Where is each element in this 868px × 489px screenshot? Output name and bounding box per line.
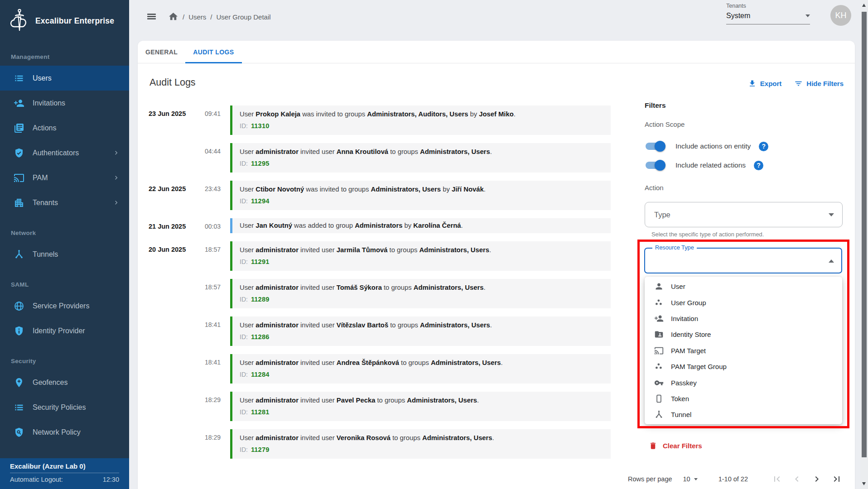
log-time: 09:41 xyxy=(192,105,221,135)
clear-filters-label: Clear Filters xyxy=(663,442,702,450)
sidebar-item-service-providers[interactable]: Service Providers xyxy=(0,293,129,318)
content-card: GENERAL AUDIT LOGS Audit Logs Export Hid… xyxy=(138,41,855,489)
log-entry-text: User administrator invited user Andrea Š… xyxy=(240,358,603,367)
chevron-right-icon xyxy=(112,174,120,182)
breadcrumb: / Users / User Group Detail xyxy=(183,13,271,21)
log-entry-id: ID:11289 xyxy=(240,295,603,304)
sidebar-item-authenticators[interactable]: Authenticators xyxy=(0,140,129,165)
breadcrumb-users[interactable]: Users xyxy=(188,13,206,21)
log-entry-id: ID:11281 xyxy=(240,408,603,417)
action-scope-toggles: Include actions on entityInclude related… xyxy=(645,139,768,177)
last-page-button[interactable] xyxy=(831,474,842,484)
next-page-button[interactable] xyxy=(811,474,822,484)
resource-type-field[interactable] xyxy=(644,248,842,273)
menu-item-user[interactable]: User xyxy=(645,278,842,294)
tenant-select[interactable]: Tenants System xyxy=(726,3,810,24)
menu-item-passkey[interactable]: Passkey xyxy=(645,374,842,390)
chevron-down-icon xyxy=(694,478,698,480)
help-icon[interactable] xyxy=(754,161,763,170)
log-time: 18:41 xyxy=(192,316,221,346)
log-entry-card[interactable]: User Ctibor Novotný was invited to group… xyxy=(230,181,611,210)
person-add-icon xyxy=(654,314,664,323)
menu-icon[interactable] xyxy=(146,11,157,22)
log-entry-card[interactable]: User administrator invited user Tomáš Sý… xyxy=(230,279,611,308)
scroll-down-arrow-icon[interactable] xyxy=(862,482,866,485)
log-date xyxy=(149,392,192,421)
menu-item-label: Token xyxy=(671,395,689,403)
menu-item-label: User Group xyxy=(671,299,706,307)
sidebar-item-identity-provider[interactable]: Identity Provider xyxy=(0,318,129,343)
clear-filters-button[interactable]: Clear Filters xyxy=(649,441,702,451)
tab-general[interactable]: GENERAL xyxy=(138,41,185,63)
log-entry-text: User Jan Koutný was added to group Admin… xyxy=(240,221,603,230)
audit-log-row: 04:44User administrator invited user Ann… xyxy=(149,143,615,173)
scroll-up-arrow-icon[interactable] xyxy=(862,4,866,7)
log-entry-card[interactable]: User administrator invited user Pavel Pe… xyxy=(230,392,611,421)
log-entry-card[interactable]: User administrator invited user Jarmila … xyxy=(230,241,611,271)
log-entry-card[interactable]: User Prokop Kaleja was invited to groups… xyxy=(230,105,611,135)
log-entry-card[interactable]: User Jan Koutný was added to group Admin… xyxy=(230,218,611,233)
sidebar-item-security-policies[interactable]: Security Policies xyxy=(0,395,129,420)
log-entry-text: User administrator invited user Anna Kro… xyxy=(240,147,603,156)
page-range: 1-10 of 22 xyxy=(719,475,748,483)
hide-filters-button[interactable]: Hide Filters xyxy=(794,79,844,88)
rows-per-page-select[interactable]: 10 xyxy=(683,475,698,483)
action-type-select[interactable]: Type xyxy=(645,202,843,227)
sidebar-item-users[interactable]: Users xyxy=(0,66,129,91)
toggle-label: Include actions on entity xyxy=(675,142,751,150)
action-scope-label: Action Scope xyxy=(645,120,685,128)
log-entry-text: User Ctibor Novotný was invited to group… xyxy=(240,185,603,194)
menu-item-tunnel[interactable]: Tunnel xyxy=(645,407,842,422)
sidebar-item-actions[interactable]: Actions xyxy=(0,115,129,140)
menu-item-pam-target[interactable]: PAM Target xyxy=(645,343,842,359)
sidebar-item-invitations[interactable]: Invitations xyxy=(0,91,129,115)
tab-audit-logs[interactable]: AUDIT LOGS xyxy=(185,41,241,63)
audit-log-row: 22 Jun 202523:43User Ctibor Novotný was … xyxy=(149,181,615,210)
sidebar-item-label: PAM xyxy=(33,174,48,182)
export-button[interactable]: Export xyxy=(748,79,782,88)
log-entry-text: User administrator invited user Tomáš Sý… xyxy=(240,283,603,292)
menu-item-identity-store[interactable]: Identity Store xyxy=(645,326,842,342)
home-icon[interactable] xyxy=(168,11,178,22)
menu-item-pam-target-group[interactable]: PAM Target Group xyxy=(645,359,842,374)
shield-search-icon xyxy=(14,427,24,438)
log-time: 23:43 xyxy=(192,181,221,210)
audit-log-row: 18:29User administrator invited user Ver… xyxy=(149,429,615,459)
page-scrollbar[interactable] xyxy=(860,0,868,489)
sidebar-item-tenants[interactable]: Tenants xyxy=(0,190,129,215)
breadcrumb-separator: / xyxy=(183,13,184,21)
building-icon xyxy=(14,197,24,208)
scrollbar-thumb[interactable] xyxy=(862,12,867,457)
sidebar-item-geofences[interactable]: Geofences xyxy=(0,370,129,395)
toggle-include-related-actions[interactable] xyxy=(645,160,665,171)
divider xyxy=(10,473,119,473)
chevron-up-icon xyxy=(829,259,834,263)
menu-item-label: Identity Store xyxy=(671,331,711,338)
sidebar-item-pam[interactable]: PAM xyxy=(0,165,129,190)
log-time: 18:57 xyxy=(192,279,221,308)
log-entry-card[interactable]: User administrator invited user Andrea Š… xyxy=(230,354,611,384)
log-entry-card[interactable]: User administrator invited user Veronika… xyxy=(230,429,611,459)
log-entry-card[interactable]: User administrator invited user Anna Kro… xyxy=(230,143,611,173)
sidebar-section-security: Security xyxy=(11,358,129,364)
tenants-label: Tenants xyxy=(726,3,810,9)
first-page-button[interactable] xyxy=(772,474,782,484)
folder-person-icon xyxy=(654,330,664,339)
toggle-include-actions-on-entity[interactable] xyxy=(645,141,665,152)
audit-log-row: 23 Jun 202509:41User Prokop Kaleja was i… xyxy=(149,105,615,135)
prev-page-button[interactable] xyxy=(791,474,802,484)
sidebar-item-label: Service Providers xyxy=(33,302,89,310)
sidebar-item-network-policy[interactable]: Network Policy xyxy=(0,420,129,445)
log-entry-text: User administrator invited user Veronika… xyxy=(240,433,603,442)
sidebar-item-tunnels[interactable]: Tunnels xyxy=(0,242,129,267)
menu-item-user-group[interactable]: User Group xyxy=(645,294,842,310)
audit-log-row: 20 Jun 202518:57User administrator invit… xyxy=(149,241,615,271)
menu-item-label: Invitation xyxy=(671,315,698,322)
chevron-down-icon xyxy=(805,14,810,17)
menu-item-invitation[interactable]: Invitation xyxy=(645,311,842,326)
log-entry-card[interactable]: User administrator invited user Vítězsla… xyxy=(230,316,611,346)
avatar[interactable]: KH xyxy=(830,5,851,26)
help-icon[interactable] xyxy=(759,142,768,151)
sidebar-item-label: Geofences xyxy=(33,379,68,387)
menu-item-token[interactable]: Token xyxy=(645,391,842,407)
